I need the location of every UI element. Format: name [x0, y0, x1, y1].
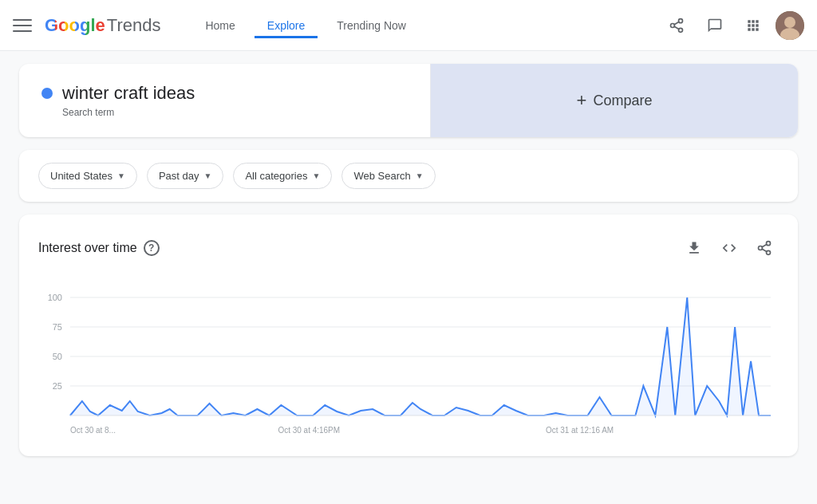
svg-text:75: 75 — [53, 322, 62, 332]
chart-title: Interest over time — [38, 241, 137, 255]
svg-line-11 — [762, 249, 767, 251]
logo: Google Trends — [45, 15, 160, 36]
nav-home[interactable]: Home — [192, 13, 247, 38]
filter-country-arrow: ▼ — [117, 171, 125, 180]
apps-icon-btn[interactable] — [737, 10, 769, 41]
chart-container: 100 75 50 25 Oct 30 at 8... Oct 30 at 4:… — [38, 282, 779, 443]
filter-category-arrow: ▼ — [313, 171, 321, 180]
user-avatar[interactable] — [776, 11, 804, 40]
svg-text:Oct 30 at 4:16PM: Oct 30 at 4:16PM — [278, 426, 340, 435]
filter-time-label: Past day — [159, 170, 199, 182]
compare-plus-icon: + — [577, 90, 587, 111]
filter-type-label: Web Search — [353, 170, 410, 182]
search-term-label: Search term — [62, 107, 408, 118]
compare-text: Compare — [593, 93, 652, 109]
filter-time[interactable]: Past day ▼ — [147, 163, 224, 189]
main-content: winter craft ideas Search term + Compare… — [0, 51, 817, 469]
blue-dot-indicator — [41, 88, 53, 99]
svg-line-12 — [762, 244, 767, 246]
svg-line-3 — [674, 26, 679, 29]
header-right — [661, 10, 804, 41]
logo-trends-text: Trends — [107, 15, 161, 36]
chart-header: Interest over time ? — [38, 234, 779, 262]
svg-text:50: 50 — [53, 352, 62, 361]
filter-country-label: United States — [50, 170, 112, 182]
main-nav: Home Explore Trending Now — [192, 13, 418, 38]
filter-category[interactable]: All categories ▼ — [233, 163, 332, 189]
filters-section: United States ▼ Past day ▼ All categorie… — [19, 150, 798, 202]
chart-actions — [680, 234, 779, 262]
feedback-icon-btn[interactable] — [699, 10, 731, 41]
chart-title-row: Interest over time ? — [38, 240, 160, 256]
svg-line-4 — [674, 22, 679, 24]
menu-icon[interactable] — [13, 16, 32, 35]
chart-section: Interest over time ? — [19, 215, 798, 456]
header-left: Google Trends Home Explore Trending Now — [13, 13, 661, 38]
search-term-box: winter craft ideas Search term — [19, 64, 431, 137]
filter-type[interactable]: Web Search ▼ — [341, 163, 435, 189]
filter-time-arrow: ▼ — [204, 171, 212, 180]
svg-point-6 — [784, 17, 795, 28]
help-icon[interactable]: ? — [144, 240, 160, 256]
interest-over-time-chart: 100 75 50 25 Oct 30 at 8... Oct 30 at 4:… — [38, 282, 779, 441]
share-chart-btn[interactable] — [750, 234, 779, 262]
download-chart-btn[interactable] — [680, 234, 708, 262]
header: Google Trends Home Explore Trending Now — [0, 0, 817, 51]
search-section: winter craft ideas Search term + Compare — [19, 64, 798, 137]
svg-text:100: 100 — [48, 293, 62, 302]
nav-trending[interactable]: Trending Now — [324, 13, 419, 38]
share-icon-btn[interactable] — [661, 10, 693, 41]
filter-category-label: All categories — [245, 170, 307, 182]
filter-country[interactable]: United States ▼ — [38, 163, 137, 189]
search-term-text: winter craft ideas — [62, 83, 195, 104]
search-term-row: winter craft ideas — [41, 83, 408, 104]
help-icon-label: ? — [148, 242, 154, 254]
logo-google-text: Google — [45, 15, 105, 36]
compare-box[interactable]: + Compare — [431, 64, 798, 137]
embed-chart-btn[interactable] — [715, 234, 744, 262]
nav-explore[interactable]: Explore — [255, 13, 318, 38]
svg-text:25: 25 — [53, 381, 62, 391]
svg-text:Oct 31 at 12:16 AM: Oct 31 at 12:16 AM — [546, 426, 614, 435]
filter-type-arrow: ▼ — [416, 171, 424, 180]
svg-text:Oct 30 at 8...: Oct 30 at 8... — [70, 426, 116, 435]
